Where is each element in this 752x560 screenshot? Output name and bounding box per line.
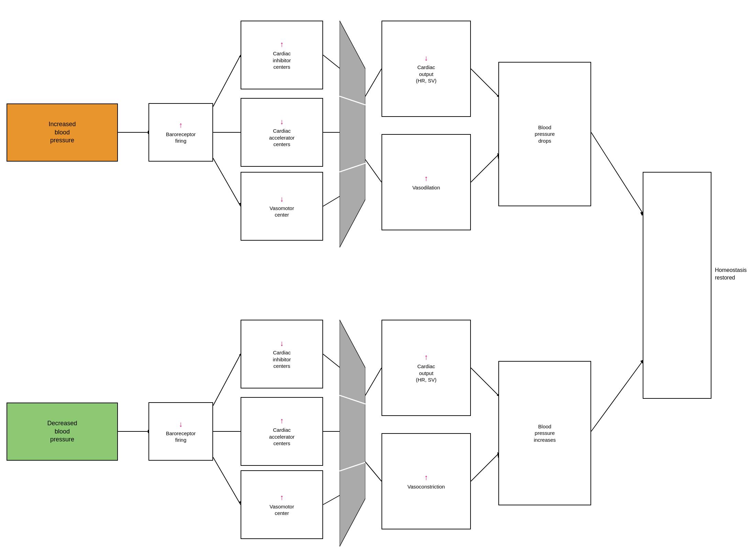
- cardiac-output-box-top: ↓ Cardiacoutput(HR, SV): [381, 21, 471, 117]
- svg-line-15: [471, 155, 498, 182]
- inhibitor-label-bottom: Cardiacinhibitorcenters: [273, 349, 291, 370]
- svg-line-17: [591, 132, 643, 213]
- diagram-container: Increased blood pressure ↑ Baroreceptorf…: [0, 0, 752, 560]
- svg-line-21: [213, 354, 241, 406]
- cardiac-inhibitor-box-top: ↑ Cardiacinhibitorcenters: [241, 21, 323, 89]
- svg-line-34: [471, 454, 498, 481]
- baroreceptor-firing-box-bottom: ↓ Baroreceptorfiring: [148, 402, 213, 461]
- baroreceptor-label-top: Baroreceptorfiring: [166, 131, 196, 144]
- inhibitor-arrow-top: ↑: [280, 40, 284, 50]
- decreased-bp-label: Decreased blood pressure: [47, 419, 77, 443]
- svg-line-31: [364, 461, 381, 481]
- vasomotor-label-bottom: Vasomotorcenter: [269, 503, 294, 517]
- funnel-top: [340, 21, 365, 248]
- baroreceptor-arrow-top: ↑: [179, 120, 183, 130]
- accelerator-arrow-bottom: ↑: [280, 416, 284, 426]
- bp-increases-box: Bloodpressureincreases: [498, 361, 591, 505]
- bp-increases-label: Bloodpressureincreases: [534, 423, 556, 443]
- inhibitor-label-top: Cardiacinhibitorcenters: [273, 50, 291, 70]
- cardiac-output-box-bottom: ↑ Cardiacoutput(HR, SV): [381, 320, 471, 416]
- vasodilation-label-top: Vasodilation: [412, 184, 440, 191]
- svg-line-12: [364, 158, 381, 182]
- cardiac-output-label-bottom: Cardiacoutput(HR, SV): [416, 363, 436, 383]
- homeostasis-label: Homeostasis restored: [715, 266, 749, 282]
- vasomotor-box-bottom: ↑ Vasomotorcenter: [241, 470, 323, 539]
- inhibitor-arrow-bottom: ↓: [280, 339, 284, 349]
- accelerator-label-top: Cardiacacceleratorcenters: [269, 128, 295, 148]
- vasodilation-box-top: ↑ Vasodilation: [381, 134, 471, 230]
- accelerator-label-bottom: Cardiacacceleratorcenters: [269, 427, 295, 447]
- svg-marker-38: [340, 21, 365, 248]
- cardiac-inhibitor-box-bottom: ↓ Cardiacinhibitorcenters: [241, 320, 323, 388]
- vasomotor-box-top: ↓ Vasomotorcenter: [241, 172, 323, 241]
- accelerator-arrow-top: ↓: [280, 117, 284, 127]
- vasodilation-arrow-top: ↑: [424, 174, 428, 184]
- svg-line-27: [323, 354, 340, 368]
- svg-line-30: [364, 368, 381, 397]
- cardiac-output-arrow-top: ↓: [424, 53, 428, 63]
- svg-marker-41: [340, 320, 365, 547]
- vasomotor-arrow-bottom: ↑: [280, 493, 284, 503]
- svg-line-2: [213, 55, 241, 107]
- cardiac-output-label-top: Cardiacoutput(HR, SV): [416, 64, 436, 84]
- svg-line-11: [364, 69, 381, 98]
- connector-lines: [0, 0, 752, 560]
- svg-line-10: [323, 196, 340, 206]
- decreased-blood-pressure-box: Decreased blood pressure: [7, 403, 118, 461]
- svg-line-36: [591, 361, 643, 431]
- cardiac-accelerator-box-top: ↓ Cardiacacceleratorcenters: [241, 98, 323, 167]
- funnel-bottom: [340, 320, 365, 547]
- svg-line-8: [323, 55, 340, 69]
- vasoconstriction-box-bottom: ↑ Vasoconstriction: [381, 433, 471, 529]
- svg-line-29: [323, 495, 340, 505]
- baroreceptor-label-bottom: Baroreceptorfiring: [166, 430, 196, 443]
- vasoconstriction-arrow-bottom: ↑: [424, 473, 428, 483]
- cardiac-accelerator-box-bottom: ↑ Cardiacacceleratorcenters: [241, 397, 323, 466]
- bp-drops-box: Bloodpressuredrops: [498, 62, 591, 206]
- svg-line-32: [471, 368, 498, 395]
- svg-line-6: [213, 158, 241, 206]
- increased-blood-pressure-box: Increased blood pressure: [7, 103, 118, 162]
- cardiac-output-arrow-bottom: ↑: [424, 352, 428, 362]
- baroreceptor-firing-box-top: ↑ Baroreceptorfiring: [148, 103, 213, 162]
- svg-line-25: [213, 457, 241, 505]
- vasomotor-label-top: Vasomotorcenter: [269, 205, 294, 218]
- increased-bp-label: Increased blood pressure: [48, 120, 76, 144]
- svg-line-13: [471, 69, 498, 96]
- baroreceptor-arrow-bottom: ↓: [179, 419, 183, 429]
- vasomotor-arrow-top: ↓: [280, 194, 284, 204]
- vasoconstriction-label-bottom: Vasoconstriction: [408, 483, 445, 490]
- bp-drops-label: Bloodpressuredrops: [535, 124, 555, 144]
- homeostasis-box: [643, 172, 711, 399]
